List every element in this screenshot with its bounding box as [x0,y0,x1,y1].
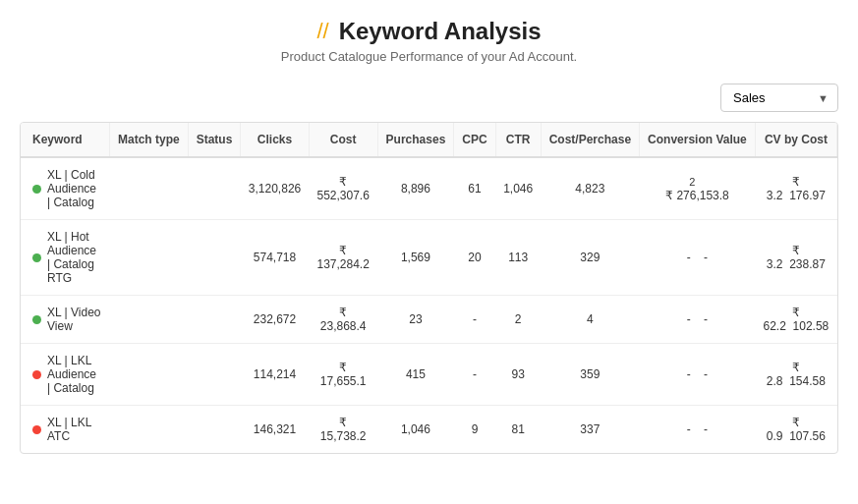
toolbar: Sales ▼ [0,74,858,122]
keyword-cell: XL | Hot Audience | Catalog RTG [21,220,109,296]
ctr-cell: 93 [495,344,541,406]
header-icon: // [316,19,328,44]
status-dot [32,315,41,324]
sales-dropdown-wrapper[interactable]: Sales ▼ [720,84,838,112]
col-keyword: Keyword [21,123,109,157]
col-status: Status [188,123,241,157]
cpc-cell: 61 [454,157,495,220]
status-dot [32,185,41,194]
conversion-value-cell: - - [640,344,756,406]
clicks-cell: 114,214 [241,344,309,406]
table-row: XL | Cold Audience | Catalog 3,120,826₹ … [21,157,837,220]
cpc-cell: 9 [454,406,495,454]
keyword-cell: XL | Video View [21,296,109,344]
status-cell [188,296,241,344]
col-purchases: Purchases [377,123,454,157]
clicks-cell: 3,120,826 [241,157,309,220]
conversion-value-cell: - - [640,220,756,296]
match-type-cell [109,344,188,406]
keyword-text: XL | Video View [47,306,101,333]
keyword-cell: XL | LKL Audience | Catalog [21,344,109,406]
cv-by-cost-cell: ₹ 0.9 107.56 [755,406,836,454]
conversion-value-cell: 2 ₹ 276,153.8 [640,157,756,220]
page-subtitle: Product Catalogue Performance of your Ad… [0,49,858,64]
clicks-cell: 574,718 [241,220,309,296]
clicks-cell: 232,672 [241,296,309,344]
match-type-cell [109,406,188,454]
table-row: XL | Hot Audience | Catalog RTG 574,718₹… [21,220,837,296]
keyword-text: XL | LKL Audience | Catalog [47,354,101,395]
cv-by-cost-cell: ₹ 3.2 176.97 [755,157,836,220]
status-cell [188,344,241,406]
cpc-cell: - [454,296,495,344]
col-match-type: Match type [109,123,188,157]
table-row: XL | LKL ATC 146,321₹ 15,738.21,04698133… [21,406,837,454]
cost-cell: ₹ 15,738.2 [309,406,377,454]
cost-perchase-cell: 359 [541,344,639,406]
ctr-cell: 1,046 [495,157,541,220]
purchases-cell: 1,569 [377,220,454,296]
keyword-text: XL | Hot Audience | Catalog RTG [47,230,101,285]
status-dot [32,253,41,262]
keyword-text: XL | Cold Audience | Catalog [47,168,101,209]
keyword-table: Keyword Match type Status Clicks Cost Pu… [21,123,837,453]
keyword-cell: XL | Cold Audience | Catalog [21,157,109,220]
table-row: XL | Video View 232,672₹ 23,868.423-24- … [21,296,837,344]
cpc-cell: - [454,344,495,406]
cost-cell: ₹ 17,655.1 [309,344,377,406]
cpc-cell: 20 [454,220,495,296]
ctr-cell: 2 [495,296,541,344]
cost-cell: ₹ 23,868.4 [309,296,377,344]
status-dot [32,370,41,379]
cost-cell: ₹ 137,284.2 [309,220,377,296]
purchases-cell: 415 [377,344,454,406]
cost-perchase-cell: 329 [541,220,639,296]
cost-cell: ₹ 552,307.6 [309,157,377,220]
match-type-cell [109,296,188,344]
match-type-cell [109,157,188,220]
cost-perchase-cell: 4,823 [541,157,639,220]
status-cell [188,220,241,296]
cost-perchase-cell: 337 [541,406,639,454]
conversion-value-cell: - - [640,296,756,344]
page-title: Keyword Analysis [339,18,542,45]
purchases-cell: 1,046 [377,406,454,454]
cv-by-cost-cell: ₹ 62.2 102.58 [755,296,836,344]
ctr-cell: 113 [495,220,541,296]
cv-by-cost-cell: ₹ 3.2 238.87 [755,220,836,296]
purchases-cell: 8,896 [377,157,454,220]
col-clicks: Clicks [241,123,309,157]
keyword-table-container: Keyword Match type Status Clicks Cost Pu… [20,122,838,454]
col-cost-perchase: Cost/Perchase [541,123,639,157]
purchases-cell: 23 [377,296,454,344]
status-cell [188,157,241,220]
clicks-cell: 146,321 [241,406,309,454]
col-cv-by-cost: CV by Cost [755,123,836,157]
ctr-cell: 81 [495,406,541,454]
page-header: // Keyword Analysis Product Catalogue Pe… [0,0,858,74]
col-ctr: CTR [495,123,541,157]
keyword-text: XL | LKL ATC [47,416,101,443]
sales-dropdown[interactable]: Sales [720,84,838,112]
conversion-value-cell: - - [640,406,756,454]
col-cpc: CPC [454,123,495,157]
cost-perchase-cell: 4 [541,296,639,344]
keyword-cell: XL | LKL ATC [21,406,109,454]
match-type-cell [109,220,188,296]
status-dot [32,425,41,434]
status-cell [188,406,241,454]
col-cost: Cost [309,123,377,157]
cv-by-cost-cell: ₹ 2.8 154.58 [755,344,836,406]
table-row: XL | LKL Audience | Catalog 114,214₹ 17,… [21,344,837,406]
table-header-row: Keyword Match type Status Clicks Cost Pu… [21,123,837,157]
col-conversion-value: Conversion Value [640,123,756,157]
